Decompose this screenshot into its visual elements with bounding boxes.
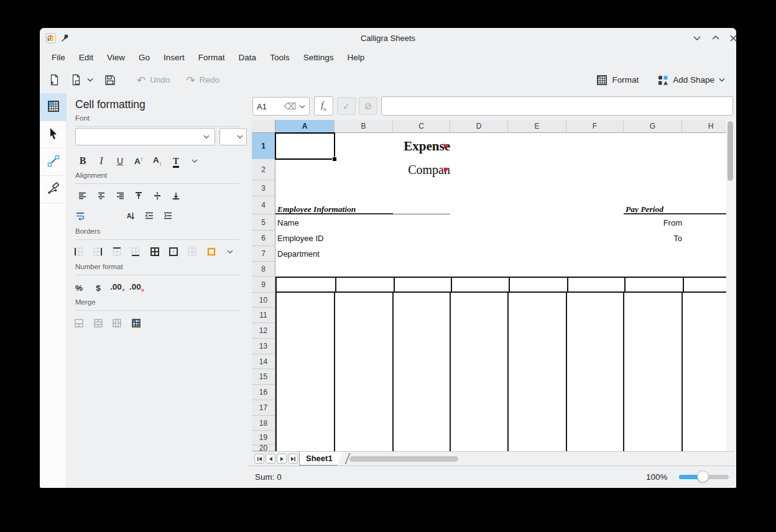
menu-edit[interactable]: Edit bbox=[72, 50, 100, 65]
border-bottom-button[interactable] bbox=[127, 244, 144, 260]
undo-button[interactable]: ↶ Undo bbox=[134, 71, 173, 89]
format-button[interactable]: Format bbox=[594, 71, 641, 89]
decrease-precision-button[interactable]: .00× bbox=[128, 280, 146, 296]
row-header-1[interactable]: 1 bbox=[252, 133, 275, 159]
add-shape-button[interactable]: Add Shape bbox=[655, 71, 728, 89]
border-top-button[interactable] bbox=[108, 244, 126, 260]
border-none-button[interactable] bbox=[183, 244, 201, 260]
row-header-4[interactable]: 4 bbox=[252, 196, 275, 214]
row-header-3[interactable]: 3 bbox=[252, 180, 275, 196]
more-button[interactable] bbox=[221, 244, 239, 260]
column-header-E[interactable]: E bbox=[508, 120, 566, 133]
border-right-button[interactable] bbox=[89, 244, 106, 260]
menu-tools[interactable]: Tools bbox=[263, 50, 297, 65]
cell-A5[interactable]: Name bbox=[275, 214, 336, 231]
cell-G6[interactable]: To bbox=[624, 231, 690, 246]
previous-sheet-button[interactable] bbox=[266, 454, 275, 464]
row-header-8[interactable]: 8 bbox=[252, 262, 275, 277]
cell-ref-chevron-icon[interactable] bbox=[299, 104, 305, 109]
row-header-7[interactable]: 7 bbox=[252, 246, 275, 262]
selected-cell-marquee[interactable] bbox=[275, 132, 335, 160]
select-all-corner[interactable] bbox=[252, 120, 275, 133]
column-header-A[interactable]: A bbox=[275, 120, 335, 133]
save-button[interactable] bbox=[102, 71, 118, 89]
table-header-description[interactable] bbox=[336, 278, 394, 291]
row-header-15[interactable]: 15 bbox=[252, 369, 275, 385]
align-center-vertical-button[interactable] bbox=[149, 188, 166, 204]
menu-view[interactable]: View bbox=[100, 50, 132, 65]
calligraphy-tool[interactable] bbox=[40, 175, 67, 203]
table-header-misc[interactable] bbox=[625, 278, 683, 291]
menu-settings[interactable]: Settings bbox=[297, 50, 341, 65]
border-outline-button[interactable] bbox=[165, 244, 182, 260]
menu-format[interactable]: Format bbox=[192, 50, 232, 65]
clear-icon[interactable]: ⌫ bbox=[284, 101, 296, 111]
minimize-button[interactable] bbox=[690, 31, 704, 45]
table-header-total[interactable] bbox=[683, 278, 726, 291]
next-sheet-button[interactable] bbox=[277, 454, 287, 464]
cell-G5[interactable]: From bbox=[624, 214, 690, 231]
last-sheet-button[interactable] bbox=[288, 454, 298, 464]
percent-button[interactable]: % bbox=[70, 280, 88, 296]
text-color-button[interactable]: T bbox=[167, 153, 185, 169]
row-header-16[interactable]: 16 bbox=[252, 385, 275, 400]
title-bar[interactable]: Calligra Sheets bbox=[40, 28, 736, 48]
new-document-button[interactable] bbox=[46, 71, 63, 89]
font-family-combo[interactable] bbox=[75, 128, 215, 145]
row-header-11[interactable]: 11 bbox=[252, 308, 275, 323]
increase-indent-button[interactable] bbox=[159, 208, 177, 224]
row-header-5[interactable]: 5 bbox=[252, 214, 275, 231]
column-header-F[interactable]: F bbox=[566, 120, 624, 133]
decrease-indent-button[interactable] bbox=[141, 208, 158, 224]
merge-horizontal-button[interactable] bbox=[90, 315, 107, 331]
align-right-button[interactable] bbox=[111, 188, 129, 204]
dissociate-cells-button[interactable] bbox=[127, 315, 145, 331]
currency-button[interactable]: $ bbox=[90, 280, 107, 296]
close-button[interactable] bbox=[726, 31, 736, 45]
table-header-date[interactable] bbox=[277, 278, 336, 291]
row-header-14[interactable]: 14 bbox=[252, 354, 275, 369]
open-dropdown-chevron-icon[interactable] bbox=[86, 71, 95, 89]
wrap-text-button[interactable] bbox=[72, 208, 89, 224]
selection-fill-handle[interactable] bbox=[332, 157, 337, 162]
zoom-slider[interactable] bbox=[679, 475, 729, 479]
align-center-horizontal-button[interactable] bbox=[93, 188, 110, 204]
bold-button[interactable]: B bbox=[74, 153, 91, 169]
open-document-button[interactable] bbox=[68, 71, 85, 89]
row-header-9[interactable]: 9 bbox=[252, 277, 275, 293]
formula-function-button[interactable]: fx bbox=[314, 96, 333, 116]
increase-precision-button[interactable]: .00+ bbox=[109, 280, 126, 296]
horizontal-scrollbar-thumb[interactable] bbox=[349, 456, 458, 462]
column-header-H[interactable]: H bbox=[682, 120, 726, 133]
menu-help[interactable]: Help bbox=[340, 50, 371, 65]
align-left-button[interactable] bbox=[74, 188, 91, 204]
row-header-12[interactable]: 12 bbox=[252, 323, 275, 339]
column-header-D[interactable]: D bbox=[450, 120, 508, 133]
underline-button[interactable]: U bbox=[111, 153, 129, 169]
vertical-scrollbar[interactable] bbox=[726, 120, 734, 451]
column-header-B[interactable]: B bbox=[335, 120, 393, 133]
italic-button[interactable]: I bbox=[93, 153, 110, 169]
table-header-meal[interactable] bbox=[451, 278, 509, 291]
column-header-G[interactable]: G bbox=[624, 120, 682, 133]
angle-button[interactable] bbox=[91, 208, 96, 224]
row-header-6[interactable]: 6 bbox=[252, 231, 275, 246]
align-top-button[interactable] bbox=[130, 188, 147, 204]
shrink-font-button[interactable]: A↓ bbox=[149, 153, 166, 169]
connection-tool[interactable] bbox=[40, 148, 67, 176]
grow-font-button[interactable]: A↑ bbox=[130, 153, 147, 169]
table-header-hotel[interactable] bbox=[394, 278, 451, 291]
selection-tool[interactable] bbox=[40, 121, 67, 149]
vertical-text-button[interactable]: A bbox=[121, 208, 139, 224]
cell-A7[interactable]: Department bbox=[275, 246, 336, 262]
cell-G4[interactable]: Pay Period bbox=[624, 196, 684, 215]
column-header-C[interactable]: C bbox=[393, 120, 450, 133]
spreadsheet-grid[interactable]: ABCDEFGH1234567891011121314151617181920E… bbox=[252, 120, 726, 451]
more-button[interactable] bbox=[186, 153, 203, 169]
menu-file[interactable]: File bbox=[45, 50, 72, 65]
menu-data[interactable]: Data bbox=[232, 50, 264, 65]
row-header-13[interactable]: 13 bbox=[252, 339, 275, 354]
merge-cells-button[interactable] bbox=[70, 315, 88, 331]
table-header-phone[interactable] bbox=[568, 278, 625, 291]
align-bottom-button[interactable] bbox=[167, 188, 185, 204]
